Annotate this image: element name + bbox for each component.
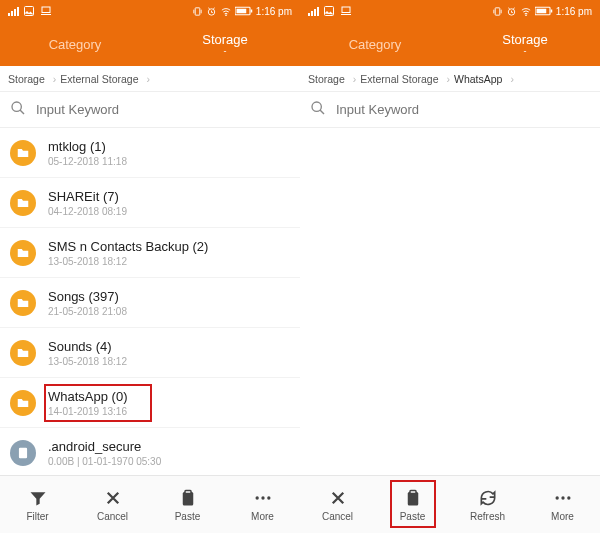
list-item[interactable]: mtklog (1)05-12-2018 11:18	[0, 128, 300, 178]
vibrate-icon	[192, 6, 203, 17]
signal-icon	[308, 6, 319, 16]
close-icon	[327, 487, 349, 509]
svg-rect-12	[495, 7, 500, 14]
battery-icon	[235, 6, 253, 16]
svg-point-28	[567, 496, 570, 499]
bottom-action-bar: Filter Cancel Paste More Cancel Paste Re…	[0, 475, 600, 533]
tab-storage[interactable]: Storage-	[150, 22, 300, 66]
item-name: Songs (397)	[48, 289, 127, 304]
svg-point-14	[525, 14, 526, 15]
item-sub: 05-12-2018 11:18	[48, 156, 127, 167]
status-time: 1:16 pm	[256, 6, 292, 17]
more-icon	[252, 487, 274, 509]
paste-button[interactable]: Paste	[150, 476, 225, 533]
item-sub: 04-12-2018 08:19	[48, 206, 127, 217]
cancel-button[interactable]: Cancel	[300, 476, 375, 533]
search-icon[interactable]	[310, 100, 326, 120]
svg-rect-1	[42, 7, 50, 13]
list-item[interactable]: Songs (397)21-05-2018 21:08	[0, 278, 300, 328]
signal-icon	[8, 6, 19, 16]
svg-rect-6	[236, 9, 246, 14]
list-item[interactable]: SMS n Contacts Backup (2)13-05-2018 18:1…	[0, 228, 300, 278]
breadcrumb[interactable]: Storage › External Storage ›	[0, 66, 300, 92]
tab-category[interactable]: Category	[0, 22, 150, 66]
svg-rect-2	[195, 7, 200, 14]
chevron-right-icon: ›	[353, 73, 357, 85]
wifi-icon	[220, 6, 232, 17]
cancel-button[interactable]: Cancel	[75, 476, 150, 533]
list-item[interactable]: SHAREit (7)04-12-2018 08:19	[0, 178, 300, 228]
tab-category[interactable]: Category	[300, 22, 450, 66]
list-item[interactable]: Sounds (4)13-05-2018 18:12	[0, 328, 300, 378]
alarm-icon	[506, 6, 517, 17]
search-row	[0, 92, 300, 128]
svg-point-23	[267, 496, 270, 499]
picture-icon	[323, 5, 335, 17]
alarm-icon	[206, 6, 217, 17]
crumb-external[interactable]: External Storage	[360, 73, 438, 85]
svg-rect-11	[342, 7, 350, 13]
more-icon	[552, 487, 574, 509]
status-time: 1:16 pm	[556, 6, 592, 17]
chevron-right-icon: ›	[53, 73, 57, 85]
wifi-icon	[520, 6, 532, 17]
folder-icon	[10, 240, 36, 266]
search-icon[interactable]	[10, 100, 26, 120]
crumb-storage[interactable]: Storage	[8, 73, 45, 85]
search-input[interactable]	[36, 102, 290, 117]
crumb-storage[interactable]: Storage	[308, 73, 345, 85]
chevron-right-icon: ›	[510, 73, 514, 85]
item-sub: 13-05-2018 18:12	[48, 356, 127, 367]
search-input[interactable]	[336, 102, 590, 117]
search-row	[300, 92, 600, 128]
svg-rect-25	[410, 491, 416, 494]
svg-point-22	[261, 496, 264, 499]
svg-point-27	[561, 496, 564, 499]
svg-point-21	[255, 496, 258, 499]
item-name: Sounds (4)	[48, 339, 127, 354]
file-icon	[10, 440, 36, 466]
item-sub: 21-05-2018 21:08	[48, 306, 127, 317]
refresh-button[interactable]: Refresh	[450, 476, 525, 533]
item-name: SHAREit (7)	[48, 189, 127, 204]
folder-icon	[10, 190, 36, 216]
more-button[interactable]: More	[225, 476, 300, 533]
left-pane: 1:16 pm Category Storage- Storage › Exte…	[0, 0, 300, 478]
item-name: WhatsApp (0)	[48, 389, 127, 404]
status-bar: 1:16 pm	[0, 0, 300, 22]
svg-rect-9	[19, 447, 27, 458]
picture-icon	[23, 5, 35, 17]
svg-point-18	[312, 102, 321, 111]
item-sub: 13-05-2018 18:12	[48, 256, 208, 267]
svg-rect-7	[251, 10, 253, 13]
tab-bar: Category Storage-	[300, 22, 600, 66]
tab-storage[interactable]: Storage-	[450, 22, 600, 66]
clipboard-icon	[402, 487, 424, 509]
more-button[interactable]: More	[525, 476, 600, 533]
vibrate-icon	[492, 6, 503, 17]
tab-bar: Category Storage-	[0, 22, 300, 66]
status-bar: 1:16 pm	[300, 0, 600, 22]
file-list: mtklog (1)05-12-2018 11:18 SHAREit (7)04…	[0, 128, 300, 478]
svg-rect-20	[185, 491, 191, 494]
item-sub: 14-01-2019 13:16	[48, 406, 127, 417]
clipboard-icon	[177, 487, 199, 509]
close-icon	[102, 487, 124, 509]
crumb-whatsapp[interactable]: WhatsApp	[454, 73, 502, 85]
folder-icon	[10, 140, 36, 166]
chevron-right-icon: ›	[147, 73, 151, 85]
crumb-external[interactable]: External Storage	[60, 73, 138, 85]
item-name: SMS n Contacts Backup (2)	[48, 239, 208, 254]
folder-icon	[10, 290, 36, 316]
list-item[interactable]: .android_secure0.00B | 01-01-1970 05:30	[0, 428, 300, 478]
refresh-icon	[477, 487, 499, 509]
chevron-right-icon: ›	[447, 73, 451, 85]
item-sub: 0.00B | 01-01-1970 05:30	[48, 456, 161, 467]
folder-icon	[10, 390, 36, 416]
breadcrumb[interactable]: Storage › External Storage › WhatsApp ›	[300, 66, 600, 92]
right-pane: 1:16 pm Category Storage- Storage › Exte…	[300, 0, 600, 478]
filter-button[interactable]: Filter	[0, 476, 75, 533]
paste-button-highlighted[interactable]: Paste	[375, 476, 450, 533]
list-item-whatsapp[interactable]: WhatsApp (0)14-01-2019 13:16	[0, 378, 300, 428]
svg-point-4	[225, 14, 226, 15]
